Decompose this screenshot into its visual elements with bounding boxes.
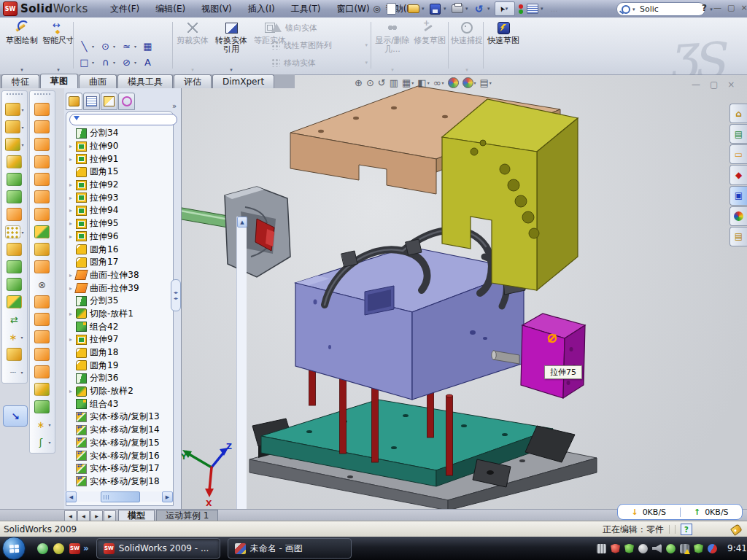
extruded-cut-icon[interactable] <box>7 173 22 186</box>
undo-button[interactable]: ↺ <box>473 3 485 15</box>
save-caret[interactable]: ▾ <box>444 6 449 12</box>
linear-sketch-pattern-button[interactable]: 线性草图阵列▾ <box>271 36 368 54</box>
revolved-surface-icon[interactable] <box>34 120 50 133</box>
task-pane-tab-design-library[interactable] <box>729 124 747 144</box>
extend-surface-icon[interactable] <box>34 330 50 343</box>
tree-item[interactable]: 组合43 <box>67 397 169 411</box>
task-pane-tab-file-explorer[interactable] <box>729 144 747 164</box>
tree-item[interactable]: ▸拉伸94 <box>67 204 169 217</box>
tree-item[interactable]: 圆角19 <box>67 359 169 372</box>
new-caret[interactable]: ▾ <box>400 6 405 12</box>
tree-item[interactable]: 实体-移动/复制17 <box>67 462 169 475</box>
ruled-surface-icon[interactable] <box>34 138 50 151</box>
expand-arrow[interactable]: ▸ <box>69 156 76 163</box>
tab-scroll-prev-button[interactable]: ◀ <box>77 510 90 521</box>
fillet-icon[interactable] <box>5 138 20 151</box>
view-orientation-button[interactable]: ▦▾ <box>402 77 414 88</box>
tree-item[interactable]: 圆角17 <box>67 256 169 269</box>
scroll-right-button[interactable]: ▶ <box>162 491 173 502</box>
tray-security-red-icon[interactable] <box>611 544 620 553</box>
expand-arrow[interactable]: ▸ <box>69 182 76 188</box>
scroll-left-button[interactable]: ◀ <box>66 491 77 502</box>
tree-item[interactable]: 实体-移动/复制16 <box>67 449 169 462</box>
new-document-button[interactable] <box>385 3 398 15</box>
tab-DimXpert[interactable]: DimXpert <box>212 74 274 88</box>
measure-button[interactable]: ↘ <box>3 405 28 427</box>
tree-item[interactable]: ▸曲面-拉伸38 <box>67 269 169 282</box>
restore-button[interactable]: ▢ <box>727 3 735 12</box>
print-button[interactable] <box>451 3 463 15</box>
model-tab-模型[interactable]: 模型 <box>118 510 155 521</box>
quick-launch-solidworks[interactable]: SW <box>69 543 80 554</box>
rapid-sketch-button[interactable]: 快速草图 <box>486 19 521 73</box>
tree-item[interactable]: ▸拉伸92 <box>67 179 169 192</box>
tab-scroll-next-button[interactable]: ▶ <box>90 510 103 521</box>
tree-item[interactable]: 实体-移动/复制13 <box>67 411 169 424</box>
tags-icon[interactable] <box>730 524 743 535</box>
rectangle-tool[interactable]: □ <box>77 55 91 69</box>
display-style-button[interactable]: ◧▾ <box>417 77 429 88</box>
quick-tips-button[interactable]: ? <box>681 524 692 535</box>
tray-sync-ball-icon[interactable] <box>708 544 717 553</box>
expand-arrow[interactable]: ▸ <box>69 336 76 343</box>
zoom-area-button[interactable]: ⊙ <box>366 77 374 88</box>
traffic-light-icon[interactable] <box>517 3 524 15</box>
part-slide-unit[interactable] <box>181 187 290 277</box>
wrap-icon[interactable] <box>7 295 22 308</box>
scroll-up-button[interactable]: ▲ <box>237 217 247 228</box>
tree-item[interactable]: ▸拉伸96 <box>67 230 169 244</box>
taskbar-task-solidworks[interactable]: SWSolidWorks 2009 - ... <box>96 538 220 559</box>
dropdown-caret[interactable]: ▾ <box>92 44 98 49</box>
planar-surface-icon[interactable] <box>34 208 50 221</box>
save-button[interactable] <box>429 3 441 15</box>
zoom-fit-button[interactable]: ⊕ <box>355 77 363 88</box>
quick-launch-messenger[interactable] <box>37 543 48 554</box>
panel-tab-configurationmanager[interactable] <box>101 93 117 110</box>
task-pane-tab-appearances-scenes[interactable] <box>729 206 747 226</box>
expand-arrow[interactable]: ▸ <box>69 207 76 214</box>
panel-splitter-handle[interactable]: ◂▸◂▸ <box>171 279 181 311</box>
menu-item[interactable]: 视图(V) <box>193 0 240 18</box>
tab-模具工具[interactable]: 模具工具 <box>117 74 173 88</box>
tree-item[interactable]: 分割35 <box>67 295 169 308</box>
toolbar-drag-handle[interactable] <box>7 93 23 98</box>
dropdown-caret[interactable]: ▾ <box>113 60 119 65</box>
revolved-boss-base-icon[interactable] <box>5 120 20 133</box>
doc-minimize-button[interactable]: — <box>692 79 700 90</box>
tray-security-green-icon[interactable] <box>624 544 634 553</box>
spline-curve-icon[interactable]: ʃ <box>34 436 47 448</box>
marquee-tool[interactable]: ▦ <box>141 39 155 53</box>
tree-item[interactable]: ▸切除-放样1 <box>67 308 169 321</box>
tree-item[interactable]: ▸拉伸95 <box>67 217 169 230</box>
tree-filter-input[interactable] <box>69 114 177 125</box>
trim-entities-button[interactable]: 剪裁实体▾ <box>177 19 209 73</box>
panel-tab-dimxpertmanager[interactable] <box>118 93 135 110</box>
tray-gear-check-icon[interactable] <box>638 544 648 553</box>
open-button[interactable] <box>407 3 419 15</box>
offset-surface-icon[interactable] <box>34 190 50 203</box>
help-button[interactable]: ? ▾ <box>702 3 713 13</box>
tab-曲面[interactable]: 曲面 <box>79 74 117 88</box>
panel-tab-featuremanager-tree[interactable] <box>66 93 82 110</box>
dropdown-caret[interactable]: ▾ <box>134 44 140 49</box>
surface-flatten-icon[interactable] <box>34 225 50 238</box>
swept-surface-icon[interactable] <box>34 103 50 116</box>
options-caret[interactable]: ▾ <box>541 6 546 12</box>
expand-arrow[interactable]: ▸ <box>69 220 76 227</box>
hole-wizard-icon[interactable] <box>7 208 22 221</box>
spline-tool[interactable]: ≈ <box>120 39 133 53</box>
menu-item[interactable]: 文件(F) <box>102 0 147 18</box>
task-pane-tab-solidworks-resources[interactable] <box>729 104 747 123</box>
freeform-icon[interactable]: ∗ <box>34 419 47 430</box>
tab-特征[interactable]: 特征 <box>1 74 39 88</box>
panel-tabs-overflow[interactable]: » <box>172 102 179 110</box>
tree-item[interactable]: 圆角15 <box>67 166 169 179</box>
tree-horizontal-scrollbar[interactable]: ◀ ▶ <box>66 491 172 502</box>
tray-shield-plus-icon[interactable] <box>694 544 703 553</box>
select-tool-button[interactable]: ➤▾ <box>495 1 515 16</box>
taskbar-task-paint[interactable]: 未命名 - 画图 <box>228 538 352 559</box>
tray-keyboard-icon[interactable] <box>597 544 606 553</box>
tab-scroll-first-button[interactable]: ◀ <box>64 510 77 521</box>
panel-tab-propertymanager[interactable] <box>83 93 100 110</box>
repair-sketch-button[interactable]: 修复草图 <box>413 19 446 73</box>
